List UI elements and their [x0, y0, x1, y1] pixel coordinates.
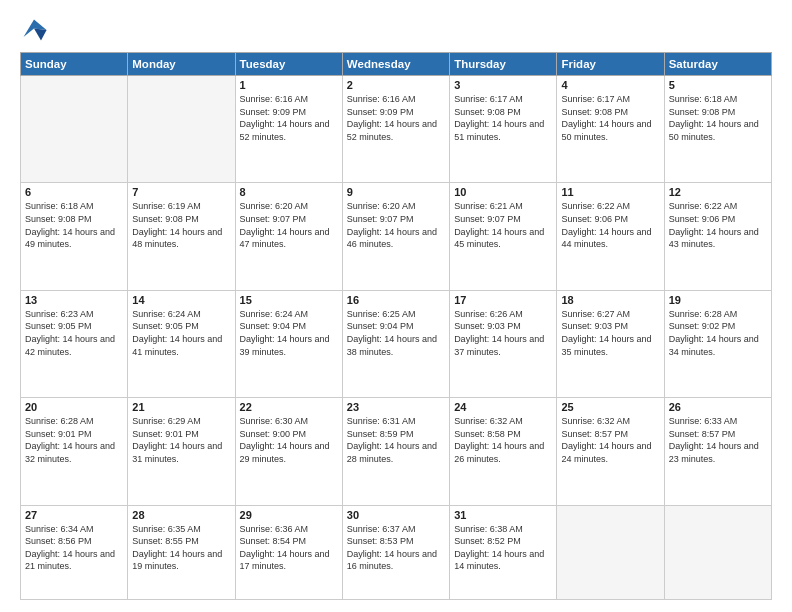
calendar-cell: 3Sunrise: 6:17 AM Sunset: 9:08 PM Daylig…	[450, 76, 557, 183]
day-number: 18	[561, 294, 659, 306]
day-number: 2	[347, 79, 445, 91]
calendar-header-thursday: Thursday	[450, 53, 557, 76]
day-info: Sunrise: 6:19 AM Sunset: 9:08 PM Dayligh…	[132, 200, 230, 250]
calendar-cell: 6Sunrise: 6:18 AM Sunset: 9:08 PM Daylig…	[21, 183, 128, 290]
calendar-cell: 21Sunrise: 6:29 AM Sunset: 9:01 PM Dayli…	[128, 398, 235, 505]
calendar-header-tuesday: Tuesday	[235, 53, 342, 76]
day-number: 13	[25, 294, 123, 306]
day-number: 11	[561, 186, 659, 198]
day-info: Sunrise: 6:38 AM Sunset: 8:52 PM Dayligh…	[454, 523, 552, 573]
day-info: Sunrise: 6:32 AM Sunset: 8:58 PM Dayligh…	[454, 415, 552, 465]
day-number: 12	[669, 186, 767, 198]
day-number: 1	[240, 79, 338, 91]
day-number: 9	[347, 186, 445, 198]
day-number: 24	[454, 401, 552, 413]
day-info: Sunrise: 6:25 AM Sunset: 9:04 PM Dayligh…	[347, 308, 445, 358]
day-number: 22	[240, 401, 338, 413]
calendar-header-row: SundayMondayTuesdayWednesdayThursdayFrid…	[21, 53, 772, 76]
day-info: Sunrise: 6:16 AM Sunset: 9:09 PM Dayligh…	[240, 93, 338, 143]
calendar-cell: 10Sunrise: 6:21 AM Sunset: 9:07 PM Dayli…	[450, 183, 557, 290]
calendar-cell	[664, 505, 771, 599]
calendar-week-row: 13Sunrise: 6:23 AM Sunset: 9:05 PM Dayli…	[21, 290, 772, 397]
day-info: Sunrise: 6:28 AM Sunset: 9:01 PM Dayligh…	[25, 415, 123, 465]
calendar-cell	[128, 76, 235, 183]
calendar-cell: 18Sunrise: 6:27 AM Sunset: 9:03 PM Dayli…	[557, 290, 664, 397]
day-number: 16	[347, 294, 445, 306]
day-info: Sunrise: 6:24 AM Sunset: 9:04 PM Dayligh…	[240, 308, 338, 358]
day-number: 15	[240, 294, 338, 306]
calendar-week-row: 6Sunrise: 6:18 AM Sunset: 9:08 PM Daylig…	[21, 183, 772, 290]
calendar-cell: 23Sunrise: 6:31 AM Sunset: 8:59 PM Dayli…	[342, 398, 449, 505]
day-info: Sunrise: 6:29 AM Sunset: 9:01 PM Dayligh…	[132, 415, 230, 465]
day-number: 29	[240, 509, 338, 521]
calendar-header-saturday: Saturday	[664, 53, 771, 76]
day-info: Sunrise: 6:18 AM Sunset: 9:08 PM Dayligh…	[25, 200, 123, 250]
svg-marker-1	[34, 29, 47, 41]
calendar-header-monday: Monday	[128, 53, 235, 76]
day-info: Sunrise: 6:27 AM Sunset: 9:03 PM Dayligh…	[561, 308, 659, 358]
day-info: Sunrise: 6:17 AM Sunset: 9:08 PM Dayligh…	[454, 93, 552, 143]
calendar-cell: 4Sunrise: 6:17 AM Sunset: 9:08 PM Daylig…	[557, 76, 664, 183]
calendar-cell: 16Sunrise: 6:25 AM Sunset: 9:04 PM Dayli…	[342, 290, 449, 397]
day-number: 28	[132, 509, 230, 521]
day-info: Sunrise: 6:18 AM Sunset: 9:08 PM Dayligh…	[669, 93, 767, 143]
day-number: 6	[25, 186, 123, 198]
day-number: 23	[347, 401, 445, 413]
day-info: Sunrise: 6:22 AM Sunset: 9:06 PM Dayligh…	[561, 200, 659, 250]
day-info: Sunrise: 6:21 AM Sunset: 9:07 PM Dayligh…	[454, 200, 552, 250]
day-info: Sunrise: 6:32 AM Sunset: 8:57 PM Dayligh…	[561, 415, 659, 465]
day-number: 8	[240, 186, 338, 198]
calendar-cell: 31Sunrise: 6:38 AM Sunset: 8:52 PM Dayli…	[450, 505, 557, 599]
day-info: Sunrise: 6:28 AM Sunset: 9:02 PM Dayligh…	[669, 308, 767, 358]
day-info: Sunrise: 6:26 AM Sunset: 9:03 PM Dayligh…	[454, 308, 552, 358]
day-info: Sunrise: 6:33 AM Sunset: 8:57 PM Dayligh…	[669, 415, 767, 465]
calendar-cell: 14Sunrise: 6:24 AM Sunset: 9:05 PM Dayli…	[128, 290, 235, 397]
day-number: 21	[132, 401, 230, 413]
day-info: Sunrise: 6:34 AM Sunset: 8:56 PM Dayligh…	[25, 523, 123, 573]
day-number: 14	[132, 294, 230, 306]
day-info: Sunrise: 6:20 AM Sunset: 9:07 PM Dayligh…	[347, 200, 445, 250]
calendar-cell: 17Sunrise: 6:26 AM Sunset: 9:03 PM Dayli…	[450, 290, 557, 397]
day-info: Sunrise: 6:24 AM Sunset: 9:05 PM Dayligh…	[132, 308, 230, 358]
day-number: 10	[454, 186, 552, 198]
day-number: 17	[454, 294, 552, 306]
calendar-cell: 12Sunrise: 6:22 AM Sunset: 9:06 PM Dayli…	[664, 183, 771, 290]
day-number: 25	[561, 401, 659, 413]
calendar-cell: 30Sunrise: 6:37 AM Sunset: 8:53 PM Dayli…	[342, 505, 449, 599]
day-number: 30	[347, 509, 445, 521]
calendar-cell: 9Sunrise: 6:20 AM Sunset: 9:07 PM Daylig…	[342, 183, 449, 290]
day-number: 4	[561, 79, 659, 91]
calendar-cell: 24Sunrise: 6:32 AM Sunset: 8:58 PM Dayli…	[450, 398, 557, 505]
calendar-cell: 26Sunrise: 6:33 AM Sunset: 8:57 PM Dayli…	[664, 398, 771, 505]
day-number: 20	[25, 401, 123, 413]
calendar-cell: 28Sunrise: 6:35 AM Sunset: 8:55 PM Dayli…	[128, 505, 235, 599]
calendar-cell: 29Sunrise: 6:36 AM Sunset: 8:54 PM Dayli…	[235, 505, 342, 599]
day-info: Sunrise: 6:22 AM Sunset: 9:06 PM Dayligh…	[669, 200, 767, 250]
calendar-header-friday: Friday	[557, 53, 664, 76]
calendar-week-row: 27Sunrise: 6:34 AM Sunset: 8:56 PM Dayli…	[21, 505, 772, 599]
day-number: 19	[669, 294, 767, 306]
logo	[20, 16, 52, 44]
day-info: Sunrise: 6:30 AM Sunset: 9:00 PM Dayligh…	[240, 415, 338, 465]
calendar-cell: 13Sunrise: 6:23 AM Sunset: 9:05 PM Dayli…	[21, 290, 128, 397]
day-info: Sunrise: 6:35 AM Sunset: 8:55 PM Dayligh…	[132, 523, 230, 573]
calendar-cell: 22Sunrise: 6:30 AM Sunset: 9:00 PM Dayli…	[235, 398, 342, 505]
calendar-cell: 20Sunrise: 6:28 AM Sunset: 9:01 PM Dayli…	[21, 398, 128, 505]
calendar-cell: 11Sunrise: 6:22 AM Sunset: 9:06 PM Dayli…	[557, 183, 664, 290]
day-number: 5	[669, 79, 767, 91]
logo-icon	[20, 16, 48, 44]
calendar-cell: 7Sunrise: 6:19 AM Sunset: 9:08 PM Daylig…	[128, 183, 235, 290]
day-info: Sunrise: 6:31 AM Sunset: 8:59 PM Dayligh…	[347, 415, 445, 465]
day-number: 31	[454, 509, 552, 521]
day-info: Sunrise: 6:16 AM Sunset: 9:09 PM Dayligh…	[347, 93, 445, 143]
day-number: 27	[25, 509, 123, 521]
day-info: Sunrise: 6:23 AM Sunset: 9:05 PM Dayligh…	[25, 308, 123, 358]
calendar-header-wednesday: Wednesday	[342, 53, 449, 76]
calendar-cell: 1Sunrise: 6:16 AM Sunset: 9:09 PM Daylig…	[235, 76, 342, 183]
calendar-cell: 25Sunrise: 6:32 AM Sunset: 8:57 PM Dayli…	[557, 398, 664, 505]
calendar-cell: 27Sunrise: 6:34 AM Sunset: 8:56 PM Dayli…	[21, 505, 128, 599]
day-info: Sunrise: 6:17 AM Sunset: 9:08 PM Dayligh…	[561, 93, 659, 143]
calendar-cell: 2Sunrise: 6:16 AM Sunset: 9:09 PM Daylig…	[342, 76, 449, 183]
calendar-table: SundayMondayTuesdayWednesdayThursdayFrid…	[20, 52, 772, 600]
day-info: Sunrise: 6:20 AM Sunset: 9:07 PM Dayligh…	[240, 200, 338, 250]
